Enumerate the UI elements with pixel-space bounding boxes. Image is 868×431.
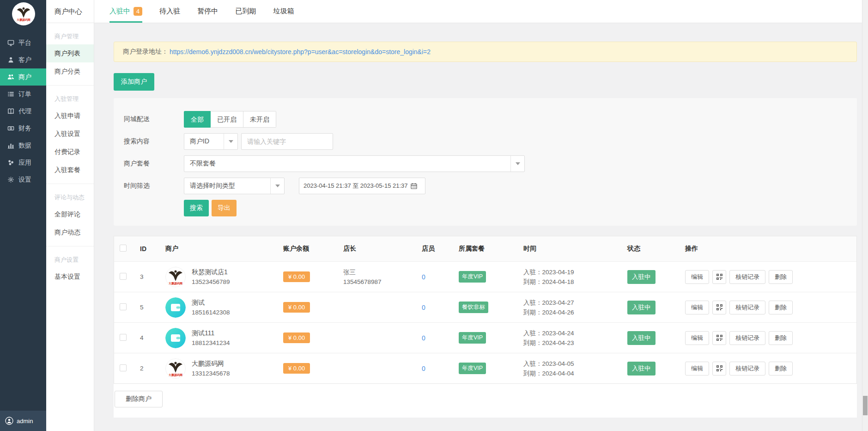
delete-merchants-button[interactable]: 删除商户 — [115, 391, 163, 407]
svg-text:大鹏源码网: 大鹏源码网 — [16, 18, 30, 22]
sidebar-item-label: 财务 — [18, 124, 31, 133]
row-checkbox[interactable] — [120, 364, 127, 371]
merchant-phone: 13312345678 — [192, 369, 230, 378]
merchant-logo-eagle: 大鹏源码网 — [165, 267, 186, 287]
chevron-down-icon — [270, 178, 284, 194]
list-icon — [7, 91, 14, 98]
scrollbar-thumb[interactable] — [863, 396, 868, 415]
tab-pending-merchants[interactable]: 待入驻 — [159, 0, 180, 23]
delivery-option-enabled[interactable]: 已开启 — [211, 111, 243, 128]
keyword-input[interactable] — [241, 133, 333, 150]
sidebar-item-merchants[interactable]: 商户 — [0, 68, 46, 86]
qr-code-button[interactable] — [712, 301, 726, 314]
redeem-records-button[interactable]: 核销记录 — [729, 362, 765, 376]
sidebar-nav: 平台 客户 商户 订单 代理 财务 — [0, 34, 46, 188]
clerk-count-link[interactable]: 0 — [422, 365, 425, 372]
submenu-item-all-comments[interactable]: 全部评论 — [46, 205, 94, 223]
time-type-placeholder: 请选择时间类型 — [184, 182, 270, 190]
balance-badge: ¥ 0.00 — [283, 302, 310, 313]
merchant-phone: 18516142308 — [192, 308, 230, 317]
submenu-item-basic-settings[interactable]: 基本设置 — [46, 268, 94, 286]
merchant-name: 测试111 — [192, 328, 230, 338]
tab-active-merchants[interactable]: 入驻中 4 — [109, 0, 142, 23]
manager-phone: 13545678987 — [343, 277, 416, 287]
delete-button[interactable]: 删除 — [769, 301, 793, 314]
edit-button[interactable]: 编辑 — [685, 362, 709, 376]
row-checkbox[interactable] — [120, 273, 127, 280]
expire-date: 到期：2024-04-04 — [523, 369, 622, 378]
tab-paused-merchants[interactable]: 暂停中 — [197, 0, 218, 23]
brand-logo[interactable]: 大鹏源码网 — [12, 2, 35, 25]
qr-code-button[interactable] — [712, 362, 726, 376]
tab-label: 已到期 — [235, 7, 256, 16]
book-icon — [7, 108, 14, 115]
tab-expired-merchants[interactable]: 已到期 — [235, 0, 256, 23]
submenu-group-header: 商户管理 — [46, 23, 94, 44]
sidebar-item-data[interactable]: 数据 — [0, 137, 46, 154]
apps-icon — [7, 159, 14, 166]
clerk-count-link[interactable]: 0 — [422, 273, 425, 281]
redeem-records-button[interactable]: 核销记录 — [729, 331, 765, 345]
time-type-select[interactable]: 请选择时间类型 — [184, 178, 285, 194]
delete-button[interactable]: 删除 — [769, 362, 793, 376]
submenu-item-merchant-news[interactable]: 商户动态 — [46, 223, 94, 241]
expire-date: 到期：2024-04-18 — [523, 277, 622, 287]
edit-button[interactable]: 编辑 — [685, 331, 709, 345]
sidebar-item-label: 数据 — [18, 142, 31, 150]
merchant-id: 3 — [134, 273, 160, 280]
submenu-item-merchant-list[interactable]: 商户列表 — [46, 44, 94, 62]
filter-row-time: 时间筛选 请选择时间类型 2023-04-15 21:37 至 2023-05-… — [124, 178, 857, 194]
tab-label: 待入驻 — [159, 7, 180, 16]
delete-button[interactable]: 删除 — [769, 270, 793, 284]
clerk-count-link[interactable]: 0 — [422, 304, 425, 311]
redeem-records-button[interactable]: 核销记录 — [729, 270, 765, 284]
sidebar-item-settings[interactable]: 设置 — [0, 171, 46, 188]
qr-code-button[interactable] — [712, 331, 726, 345]
package-badge: 年度VIP — [459, 332, 486, 344]
add-merchant-button[interactable]: 添加商户 — [114, 73, 154, 91]
sidebar-item-agents[interactable]: 代理 — [0, 103, 46, 120]
row-checkbox[interactable] — [120, 334, 127, 341]
export-button[interactable]: 导出 — [212, 200, 237, 216]
sidebar-item-platform[interactable]: 平台 — [0, 34, 46, 51]
delivery-option-disabled[interactable]: 未开启 — [243, 111, 276, 128]
table-header-row: ID 商户 账户余额 店长 店员 所属套餐 时间 状态 操作 — [114, 236, 856, 261]
qr-code-button[interactable] — [712, 270, 726, 284]
merchant-name: 大鹏源码网 — [192, 359, 230, 369]
edit-button[interactable]: 编辑 — [685, 301, 709, 314]
merchant-name: 测试 — [192, 298, 230, 308]
submenu-item-payment-records[interactable]: 付费记录 — [46, 143, 94, 161]
search-button[interactable]: 搜索 — [184, 200, 209, 216]
delete-button[interactable]: 删除 — [769, 331, 793, 345]
sidebar-item-customers[interactable]: 客户 — [0, 51, 46, 68]
select-all-checkbox[interactable] — [120, 245, 127, 252]
row-checkbox[interactable] — [120, 303, 127, 310]
filter-label: 时间筛选 — [124, 182, 184, 190]
submenu-item-merchant-category[interactable]: 商户分类 — [46, 62, 94, 80]
status-badge: 入驻中 — [627, 301, 656, 314]
sidebar-item-apps[interactable]: 应用 — [0, 154, 46, 171]
edit-button[interactable]: 编辑 — [685, 270, 709, 284]
package-select[interactable]: 不限套餐 — [184, 155, 525, 172]
submenu-item-entry-settings[interactable]: 入驻设置 — [46, 125, 94, 143]
delivery-option-all[interactable]: 全部 — [184, 111, 211, 128]
filter-row-package: 商户套餐 不限套餐 — [124, 155, 857, 172]
filter-label: 搜索内容 — [124, 137, 184, 146]
date-range-input[interactable]: 2023-04-15 21:37 至 2023-05-15 21:37 — [299, 178, 425, 194]
qr-code-icon — [716, 365, 722, 371]
clerk-count-link[interactable]: 0 — [422, 334, 425, 342]
redeem-records-button[interactable]: 核销记录 — [729, 301, 765, 314]
tab-trash[interactable]: 垃圾箱 — [273, 0, 294, 23]
login-url-link[interactable]: https://demo6.ynjdzzd008.cn/web/citystor… — [170, 48, 431, 55]
sidebar-item-finance[interactable]: 财务 — [0, 120, 46, 137]
search-field-select[interactable]: 商户ID — [184, 133, 238, 150]
date-range-value: 2023-04-15 21:37 至 2023-05-15 21:37 — [303, 182, 408, 190]
qr-code-icon — [716, 274, 722, 280]
vertical-scrollbar[interactable] — [862, 0, 868, 431]
current-user[interactable]: admin — [0, 411, 46, 431]
tab-count-badge: 4 — [134, 7, 142, 16]
search-field-value: 商户ID — [184, 137, 224, 146]
sidebar-item-orders[interactable]: 订单 — [0, 86, 46, 103]
submenu-item-entry-packages[interactable]: 入驻套餐 — [46, 161, 94, 179]
submenu-item-entry-apply[interactable]: 入驻申请 — [46, 107, 94, 125]
